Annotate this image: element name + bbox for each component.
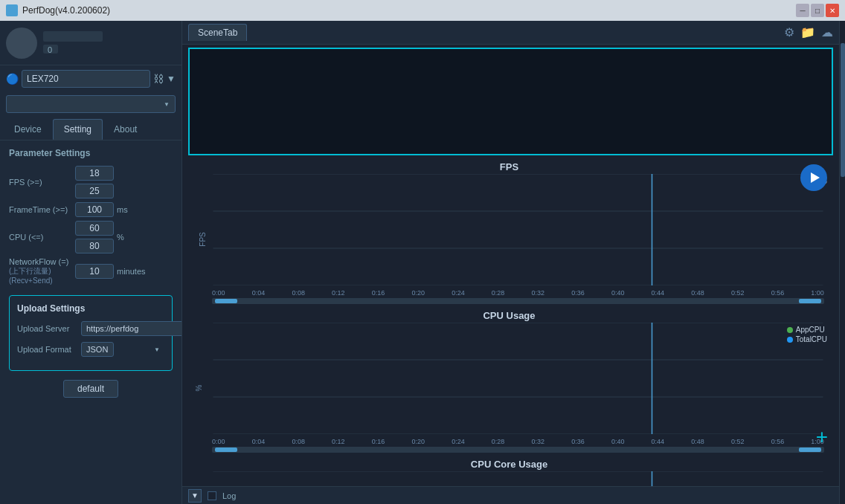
cpu-chart-wrapper: CPU Usage % 150 100 50 0 [182, 307, 836, 456]
upload-format-row: Upload Format JSON CSV [17, 342, 164, 357]
fps-chart-container: FPS 150 100 50 0 [212, 174, 824, 304]
frametime-input[interactable] [75, 202, 114, 217]
cpu-scrollbar[interactable] [212, 447, 824, 453]
cpu-core-chart-title: CPU Core Usage [182, 459, 836, 470]
frametime-label: FrameTime (>=) [9, 205, 72, 214]
cpu-chart-container: % 150 100 50 0 0:000:040:080:120:160:200… [212, 323, 824, 453]
cpu-param-row: CPU (<=) % [9, 221, 173, 253]
device-row: 🔵 LEX720 ⛓ ▼ [0, 65, 181, 92]
cpu-core-chart-svg: 150 [212, 471, 824, 486]
network-param-row: NetworkFlow (=) (上下行流量) (Recv+Send) minu… [9, 257, 173, 285]
app-title: PerfDog(v4.0.200602) [22, 5, 110, 16]
log-toggle-button[interactable]: ▼ [188, 489, 202, 503]
upload-server-label: Upload Server [17, 324, 77, 333]
cloud-icon[interactable]: ☁ [821, 25, 833, 39]
vertical-scrollbar[interactable] [839, 21, 845, 504]
device-dropdown-icon[interactable]: ▼ [167, 74, 176, 84]
app-row: ▼ [0, 92, 181, 116]
upload-server-input[interactable] [81, 321, 181, 336]
fps-y-label: FPS [199, 232, 207, 246]
close-button[interactable]: ✕ [826, 4, 839, 17]
scene-tab[interactable]: SceneTab [188, 24, 247, 41]
fps-label: FPS (>=) [9, 178, 72, 187]
frametime-unit: ms [117, 205, 128, 214]
profile-area: 0 [0, 21, 181, 65]
appcpu-legend-label: AppCPU [796, 326, 825, 334]
log-label: Log [222, 491, 236, 500]
device-select[interactable]: LEX720 [22, 70, 150, 88]
cpu-label: CPU (<=) [9, 233, 72, 242]
add-chart-button[interactable]: + [811, 426, 833, 448]
cpu-input-2[interactable] [75, 239, 114, 253]
upload-settings-title: Upload Settings [17, 303, 164, 314]
network-sublabel: (上下行流量) [9, 266, 72, 277]
folder-icon[interactable]: 📁 [800, 25, 815, 39]
profile-name-bar [43, 31, 103, 42]
cpu-chart-legend: AppCPU TotalCPU [787, 326, 827, 345]
param-settings-title: Parameter Settings [9, 148, 173, 158]
cpu-chart-svg: 150 100 50 0 [212, 323, 824, 434]
tabs-bar: Device Setting About [0, 119, 181, 140]
upload-settings-box: Upload Settings Upload Server Upload For… [9, 295, 173, 371]
network-label: NetworkFlow (=) [9, 257, 72, 266]
cpu-input-1[interactable] [75, 221, 114, 236]
default-button[interactable]: default [63, 380, 118, 398]
frametime-param-row: FrameTime (>=) ms [9, 202, 173, 217]
network-sublabel2: (Recv+Send) [9, 277, 72, 285]
fps-input-1[interactable] [75, 166, 114, 181]
cpu-chart-title: CPU Usage [182, 310, 836, 321]
settings-icon[interactable]: ⚙ [784, 25, 794, 39]
device-connect-icon[interactable]: ⛓ [153, 73, 164, 85]
totalcpu-legend-label: TotalCPU [796, 335, 827, 343]
fps-input-2[interactable] [75, 184, 114, 198]
tab-about[interactable]: About [103, 119, 148, 140]
app-select[interactable] [6, 95, 176, 113]
log-checkbox[interactable] [208, 491, 216, 500]
upload-format-select[interactable]: JSON CSV [81, 342, 114, 357]
maximize-button[interactable]: □ [811, 4, 824, 17]
app-icon [6, 4, 18, 16]
title-bar: PerfDog(v4.0.200602) ─ □ ✕ [0, 0, 845, 21]
play-button[interactable] [800, 164, 827, 191]
log-bar: ▼ Log [182, 486, 839, 504]
avatar [6, 28, 37, 59]
sidebar: 0 🔵 LEX720 ⛓ ▼ ▼ Device Setting Abo [0, 21, 182, 504]
video-preview [188, 48, 833, 155]
device-bluetooth-icon: 🔵 [6, 73, 19, 85]
charts-area: FPS FPS 150 100 50 0 [182, 158, 839, 486]
tab-device[interactable]: Device [3, 119, 53, 140]
fps-scrollbar[interactable] [212, 298, 824, 304]
profile-badge: 0 [43, 45, 58, 54]
cpu-x-axis: 0:000:040:080:120:160:200:240:280:320:36… [212, 436, 824, 447]
content-area: SceneTab ⚙ 📁 ☁ FPS FPS [182, 21, 839, 504]
tab-setting[interactable]: Setting [53, 119, 103, 140]
network-unit: minutes [117, 267, 146, 276]
cpu-y-label: % [195, 384, 203, 391]
scene-tab-bar: SceneTab ⚙ 📁 ☁ [182, 21, 839, 45]
fps-param-row: FPS (>=) [9, 166, 173, 198]
upload-format-label: Upload Format [17, 345, 77, 354]
profile-info: 0 [43, 31, 176, 55]
settings-content: Parameter Settings FPS (>=) FrameTime (>… [0, 140, 181, 504]
minimize-button[interactable]: ─ [796, 4, 809, 17]
fps-chart-wrapper: FPS FPS 150 100 50 0 [182, 158, 836, 307]
cpu-core-chart-container: 150 [212, 471, 824, 486]
fps-chart-svg: 150 100 50 0 [212, 174, 824, 285]
cpu-unit: % [117, 233, 124, 242]
cpu-core-chart-wrapper: CPU Core Usage 150 [182, 456, 836, 486]
fps-chart-title: FPS [182, 161, 836, 172]
fps-x-axis: 0:000:040:080:120:160:200:240:280:320:36… [212, 288, 824, 298]
network-input[interactable] [75, 264, 114, 279]
upload-server-row: Upload Server [17, 321, 164, 336]
